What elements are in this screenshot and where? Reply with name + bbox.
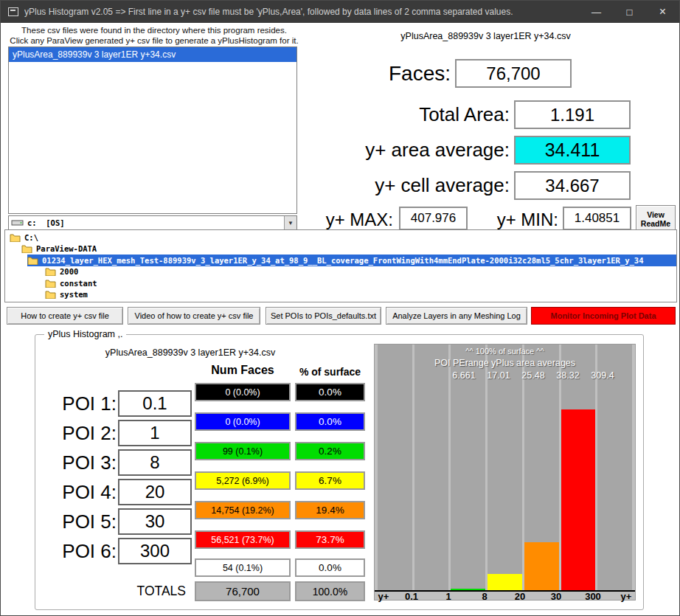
x-axis-label: y+: [378, 592, 389, 601]
total-area-value: 1.191: [514, 100, 631, 129]
chart-column-1: [378, 345, 412, 590]
instructions-line-1: These csv files were found in the direct…: [10, 26, 299, 36]
totals-pct-value: 100.0%: [295, 581, 365, 601]
tree-item-label: C:\: [24, 233, 38, 242]
faces-label: Faces:: [296, 62, 451, 86]
current-csv-filename: yPlusArea_889939v 3 layer1ER y+34.csv: [336, 31, 635, 41]
poi-1-label: POI 1:: [41, 392, 117, 415]
poi-6-input[interactable]: 300: [118, 538, 192, 564]
x-axis-label: 0.1: [405, 592, 418, 601]
pct-row-2: 0.0%: [295, 412, 365, 431]
chart-plot-area: [375, 345, 635, 592]
chart-column-3: [451, 345, 485, 590]
csv-instructions: These csv files were found in the direct…: [10, 26, 299, 46]
monitor-plot-data-button[interactable]: Monitor Incoming Plot Data: [531, 307, 676, 325]
title-bar: yPlus Histogram v2.05 => First line in a…: [1, 1, 679, 23]
poi-6-label: POI 6:: [41, 540, 117, 563]
folder-icon: [21, 244, 32, 253]
chart-bar-fill-5: [524, 542, 559, 590]
poi-1-input[interactable]: 0.1: [118, 390, 192, 417]
x-axis-label: 30: [551, 592, 561, 601]
maximize-icon[interactable]: □: [613, 1, 646, 23]
yplus-histogram-group: yPlus Histogram ,. yPlusArea_889939v 3 l…: [35, 334, 644, 610]
chart-range-average-4: 38.32: [556, 370, 579, 381]
chart-x-axis: y+ 0.1 1 8 20 30 300 y+: [375, 592, 635, 601]
chevron-down-icon[interactable]: ▼: [284, 216, 296, 229]
chart-range-average-1: 6.661: [452, 370, 475, 381]
chart-range-average-3: 25.48: [521, 370, 544, 381]
pct-row-5: 19.4%: [295, 501, 365, 519]
area-average-label: y+ area average:: [281, 139, 510, 162]
csv-file-item-selected[interactable]: yPlusArea_889939v 3 layer1ER y+34.csv: [9, 47, 296, 62]
open-folder-icon: [27, 256, 38, 265]
chart-column-2: [414, 345, 449, 590]
poi-5-input[interactable]: 30: [118, 508, 192, 535]
set-pois-defaults-button[interactable]: Set POIs to POIs_defaults.txt: [266, 307, 381, 325]
x-axis-label: 1: [445, 592, 451, 601]
folder-icon: [10, 233, 21, 242]
readme-button-line2: ReadMe: [641, 219, 670, 228]
poi-5-label: POI 5:: [41, 511, 117, 533]
video-how-to-button[interactable]: Video of how to create y+ csv file: [128, 307, 260, 325]
tree-item-label: system: [60, 290, 88, 299]
pct-row-1: 0.0%: [295, 383, 365, 401]
chart-column-4: [488, 345, 522, 590]
folder-icon: [45, 267, 56, 276]
tree-item-label: ParaView-DATA: [36, 244, 97, 253]
total-area-label: Total Area:: [296, 103, 510, 126]
chart-column-7: [597, 345, 632, 590]
poi-4-input[interactable]: 20: [118, 479, 192, 505]
tree-item-system[interactable]: system: [5, 289, 676, 301]
tree-item-selected-case-folder[interactable]: 01234_layer_HEX_mesh_Test-889939v_3_laye…: [5, 255, 676, 266]
app-window: yPlus Histogram v2.05 => First line in a…: [0, 0, 680, 616]
chart-bar-fill-4: [488, 574, 522, 590]
yplus-min-value: 1.40851: [563, 207, 631, 230]
poi-3-label: POI 3:: [41, 451, 117, 474]
chart-range-average-5: 309.4: [591, 370, 614, 381]
drive-icon: [11, 218, 24, 227]
tree-item-label: constant: [60, 279, 97, 288]
chart-column-5: [524, 345, 559, 590]
area-avg-value: 34.411: [514, 136, 631, 165]
chart-title: ^^ 100% of surface ^^: [375, 347, 635, 356]
x-axis-label: 300: [585, 592, 601, 601]
csv-file-listbox[interactable]: yPlusArea_889939v 3 layer1ER y+34.csv: [8, 46, 297, 214]
close-icon[interactable]: ×: [646, 1, 679, 23]
tree-item-constant[interactable]: constant: [5, 277, 676, 289]
drive-selector[interactable]: c: [OS] ▼: [8, 215, 297, 230]
pct-row-4: 6.7%: [295, 471, 365, 490]
faces-value: 76,700: [455, 59, 572, 88]
yplus-min-label: y+ MIN:: [471, 210, 558, 230]
poi-4-label: POI 4:: [41, 481, 117, 504]
drive-label: c: [OS]: [27, 218, 65, 227]
num-faces-overflow: 54 (0.1%): [195, 558, 291, 577]
window-title: yPlus Histogram v2.05 => First line in a…: [24, 7, 580, 17]
num-faces-row-2: 0 (0.0%): [195, 412, 291, 431]
histogram-chart: ^^ 100% of surface ^^ POI PErange yPlus …: [374, 344, 636, 601]
tree-item-drive-root[interactable]: C:\: [5, 232, 676, 243]
how-to-create-csv-button[interactable]: How to create y+ csv file: [7, 307, 123, 325]
group-title: yPlus Histogram ,.: [44, 329, 126, 339]
num-faces-row-5: 14,754 (19.2%): [195, 501, 291, 519]
tree-item-label: 01234_layer_HEX_mesh_Test-889939v_3_laye…: [42, 256, 643, 265]
pct-row-3: 0.2%: [295, 442, 365, 460]
poi-3-input[interactable]: 8: [118, 449, 192, 476]
chart-range-average-2: 17.01: [487, 370, 510, 381]
chart-bar-fill-6: [561, 409, 596, 590]
x-axis-label: 20: [515, 592, 525, 601]
poi-2-label: POI 2:: [41, 422, 117, 445]
folder-icon: [45, 279, 56, 288]
cell-average-label: y+ cell average:: [281, 174, 510, 197]
yplus-max-label: y+ MAX:: [296, 210, 393, 230]
cell-avg-value: 34.667: [514, 171, 631, 200]
tree-item-2000[interactable]: 2000: [5, 266, 676, 278]
folder-icon: [45, 290, 56, 299]
tree-item-paraview-data[interactable]: ParaView-DATA: [5, 243, 676, 255]
minimize-icon[interactable]: —: [580, 1, 613, 23]
readme-button-line1: View: [647, 210, 665, 219]
analyze-layers-button[interactable]: Analyze Layers in any Meshing Log: [386, 307, 527, 325]
app-icon: [8, 7, 18, 16]
yplus-max-value: 407.976: [399, 207, 468, 230]
directory-tree[interactable]: C:\ ParaView-DATA 01234_layer_HEX_mesh_T…: [4, 229, 677, 302]
poi-2-input[interactable]: 1: [118, 420, 192, 446]
